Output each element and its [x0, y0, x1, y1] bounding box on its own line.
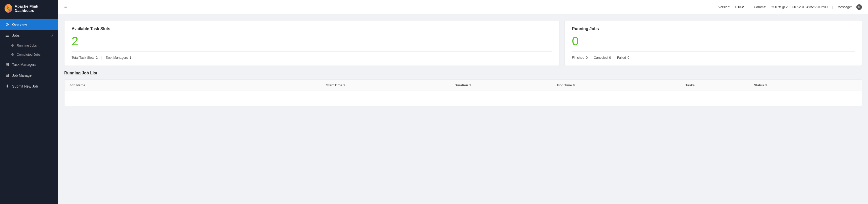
app-logo-icon: 🦎 [5, 4, 12, 13]
sidebar-item-overview-label: Overview [12, 23, 27, 27]
logo-emoji: 🦎 [6, 6, 11, 11]
sidebar: 🦎 Apache Flink Dashboard ⊙ Overview ☰ Jo… [0, 0, 58, 204]
total-task-slots-label: Total Task Slots [71, 56, 94, 59]
message-badge: 0 [856, 4, 862, 10]
task-managers-label: Task Managers [106, 56, 128, 59]
version-value: 1.13.2 [735, 5, 744, 9]
running-job-list-section: Running Job List Job Name Start Time ⇅ D… [64, 71, 862, 106]
failed-stat: Failed 0 [617, 56, 629, 59]
jobs-header-left: ☰ Jobs [5, 33, 20, 38]
sidebar-item-completed-jobs[interactable]: ⊘ Completed Jobs [0, 50, 58, 59]
stat-separator: | [101, 56, 102, 59]
commit-value: 5f007ff @ 2021-07-23T04:35:55+02:00 [771, 5, 828, 9]
failed-value: 0 [627, 56, 629, 59]
sidebar-item-job-manager-label: Job Manager [12, 74, 33, 78]
col-tasks-label: Tasks [685, 83, 694, 87]
message-label: Message: [838, 5, 852, 9]
running-jobs-value: 0 [572, 35, 855, 47]
overview-icon: ⊙ [5, 22, 10, 27]
hamburger-icon[interactable]: ≡ [64, 4, 67, 10]
total-task-slots-stat: Total Task Slots 2 [71, 56, 98, 59]
col-header-job-name: Job Name [69, 83, 326, 87]
main-content: ≡ Version: 1.13.2 | Commit: 5f007ff @ 20… [58, 0, 868, 204]
topbar-separator-2: | [832, 5, 833, 9]
job-list-title: Running Job List [64, 71, 862, 76]
task-slots-title: Available Task Slots [71, 27, 552, 31]
running-jobs-stats: Finished 0 Canceled 0 Failed 0 [572, 56, 855, 59]
submit-job-icon: ⬇ [5, 84, 10, 89]
sidebar-item-overview[interactable]: ⊙ Overview [0, 19, 58, 30]
col-end-time-label: End Time [557, 83, 572, 87]
table-body [64, 91, 862, 106]
sidebar-item-job-manager[interactable]: ⊟ Job Manager [0, 70, 58, 81]
task-managers-value: 1 [129, 56, 131, 59]
col-header-end-time[interactable]: End Time ⇅ [557, 83, 685, 87]
col-header-start-time[interactable]: Start Time ⇅ [326, 83, 455, 87]
finished-value: 0 [586, 56, 588, 59]
col-header-duration[interactable]: Duration ⇅ [455, 83, 557, 87]
task-slots-card: Available Task Slots 2 Total Task Slots … [64, 20, 559, 66]
topbar: ≡ Version: 1.13.2 | Commit: 5f007ff @ 20… [58, 0, 868, 14]
col-header-status[interactable]: Status ⇅ [754, 83, 857, 87]
col-header-tasks: Tasks [685, 83, 754, 87]
canceled-value: 0 [609, 56, 611, 59]
running-jobs-icon: ⊙ [11, 43, 14, 47]
sidebar-item-submit-new-job-label: Submit New Job [12, 84, 38, 88]
status-sort-icon: ⇅ [765, 84, 767, 87]
end-time-sort-icon: ⇅ [573, 84, 575, 87]
sidebar-item-task-managers-label: Task Managers [12, 62, 36, 66]
sidebar-item-task-managers[interactable]: ⊞ Task Managers [0, 59, 58, 70]
task-slots-stats: Total Task Slots 2 | Task Managers 1 [71, 56, 552, 59]
col-job-name-label: Job Name [69, 83, 85, 87]
canceled-stat: Canceled 0 [594, 56, 611, 59]
start-time-sort-icon: ⇅ [343, 84, 345, 87]
finished-label: Finished [572, 56, 584, 59]
sidebar-item-submit-new-job[interactable]: ⬇ Submit New Job [0, 81, 58, 92]
job-manager-icon: ⊟ [5, 73, 10, 78]
app-title: Apache Flink Dashboard [15, 4, 54, 13]
task-slots-divider [71, 51, 552, 52]
jobs-icon: ☰ [5, 33, 10, 38]
duration-sort-icon: ⇅ [469, 84, 471, 87]
content-area: Available Task Slots 2 Total Task Slots … [58, 14, 868, 204]
completed-jobs-icon: ⊘ [11, 52, 14, 56]
sidebar-item-jobs-label: Jobs [12, 33, 20, 37]
job-list-table: Job Name Start Time ⇅ Duration ⇅ End Tim… [64, 80, 862, 106]
failed-label: Failed [617, 56, 626, 59]
commit-label: Commit: [754, 5, 766, 9]
running-jobs-card: Running Jobs 0 Finished 0 Canceled 0 Fai… [564, 20, 862, 66]
topbar-right: Version: 1.13.2 | Commit: 5f007ff @ 2021… [718, 4, 862, 10]
sidebar-navigation: ⊙ Overview ☰ Jobs ∧ ⊙ Running Jobs ⊘ Com… [0, 17, 58, 204]
sidebar-item-jobs[interactable]: ☰ Jobs ∧ [0, 30, 58, 41]
finished-stat: Finished 0 [572, 56, 588, 59]
sidebar-item-running-jobs-label: Running Jobs [17, 43, 37, 47]
task-managers-stat: Task Managers 1 [106, 56, 131, 59]
running-jobs-title: Running Jobs [572, 27, 855, 31]
col-start-time-label: Start Time [326, 83, 342, 87]
sidebar-item-running-jobs[interactable]: ⊙ Running Jobs [0, 41, 58, 50]
table-header: Job Name Start Time ⇅ Duration ⇅ End Tim… [64, 80, 862, 91]
col-duration-label: Duration [455, 83, 468, 87]
total-task-slots-value: 2 [96, 56, 98, 59]
topbar-left: ≡ [64, 4, 70, 10]
jobs-chevron-icon: ∧ [51, 33, 54, 37]
version-label: Version: [718, 5, 730, 9]
canceled-label: Canceled [594, 56, 608, 59]
task-managers-icon: ⊞ [5, 62, 10, 67]
col-status-label: Status [754, 83, 764, 87]
stats-cards-row: Available Task Slots 2 Total Task Slots … [64, 20, 862, 66]
running-jobs-divider [572, 51, 855, 52]
topbar-separator-1: | [748, 5, 749, 9]
task-slots-value: 2 [71, 35, 552, 47]
sidebar-logo: 🦎 Apache Flink Dashboard [0, 0, 58, 17]
sidebar-item-completed-jobs-label: Completed Jobs [17, 53, 40, 56]
